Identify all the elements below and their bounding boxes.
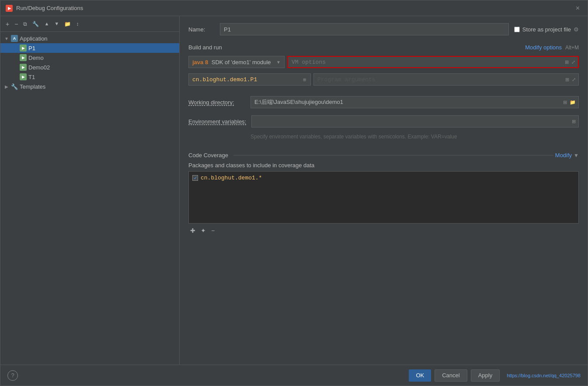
store-checkbox[interactable] [514, 27, 520, 32]
ok-button[interactable]: OK [409, 369, 431, 382]
prog-args-icons: ⊞ ⤢ [564, 76, 577, 83]
dialog-title: Run/Debug Configurations [16, 5, 83, 11]
modify-options-link[interactable]: Modify options [525, 44, 562, 51]
coverage-subtitle: Packages and classes to include in cover… [188, 162, 579, 169]
main-panel: Name: Store as project file ⚙ Build and … [180, 16, 588, 365]
working-dir-row: Working directory: E:\后端\JavaSE\shujujie… [188, 96, 579, 108]
title-bar: ▶ Run/Debug Configurations × [0, 0, 588, 16]
coverage-header: Code Coverage Modify ▼ [188, 152, 579, 159]
wrench-button[interactable]: 🔧 [31, 21, 41, 28]
coverage-modify-link[interactable]: Modify [555, 152, 572, 159]
run-debug-dialog: ▶ Run/Debug Configurations × + − ⧉ 🔧 ▲ ▼… [0, 0, 588, 386]
templates-label: Templates [20, 83, 45, 90]
vm-options-field: ⊞ ⤢ [287, 56, 579, 68]
working-dir-label: Working directory: [188, 99, 245, 106]
application-arrow: ▼ [4, 36, 9, 41]
working-dir-field[interactable]: E:\后端\JavaSE\shujujiegou\demo1 ⊞ 📁 [251, 96, 579, 108]
up-button[interactable]: ▲ [42, 21, 51, 27]
coverage-divider [233, 155, 553, 155]
build-run-title: Build and run [188, 44, 222, 51]
remove-button[interactable]: − [13, 20, 20, 28]
copy-button[interactable]: ⧉ [21, 21, 29, 28]
name-section: Name: Store as project file ⚙ [188, 23, 579, 35]
watermark: https://blog.csdn.net/qq_42025798 [507, 373, 581, 378]
coverage-list-area: cn.bloghut.demo1.* [188, 171, 579, 224]
sidebar-item-templates[interactable]: ▶ 🔧 Templates [0, 82, 179, 91]
working-dir-value: E:\后端\JavaSE\shujujiegou\demo1 [254, 98, 343, 106]
env-icons: ⊞ [571, 118, 577, 125]
sdk-dropdown-arrow: ▼ [276, 60, 281, 65]
sidebar-item-application[interactable]: ▼ A Application [0, 34, 179, 43]
demo02-label: Demo02 [28, 64, 50, 71]
coverage-title-area: Code Coverage [188, 152, 555, 159]
cancel-button[interactable]: Cancel [435, 369, 467, 382]
env-vars-label: Environment variables: [188, 118, 246, 125]
sidebar-item-t1[interactable]: ▶ ▶ T1 [0, 72, 179, 82]
add-button[interactable]: + [4, 20, 11, 28]
coverage-modify-arrow: ▼ [574, 152, 579, 159]
coverage-title: Code Coverage [188, 152, 228, 159]
wd-folder-icon[interactable]: 📁 [569, 99, 577, 106]
app-icon: ▶ [6, 5, 13, 12]
program-args-placeholder: Program arguments [317, 76, 376, 83]
coverage-modify-row: Modify ▼ [555, 152, 579, 159]
coverage-section: Code Coverage Modify ▼ Packages and clas… [188, 152, 579, 235]
sidebar-tree: ▼ A Application ▶ ▶ P1 ▶ ▶ Demo [0, 32, 179, 365]
name-label: Name: [188, 26, 215, 33]
vm-expand-icon[interactable]: ⊞ [564, 59, 570, 65]
bottom-left: ? [7, 370, 18, 381]
sdk-dropdown[interactable]: java 8 SDK of 'demo1' module ▼ [188, 56, 285, 68]
coverage-add-class-btn[interactable]: ✦ [199, 226, 208, 235]
t1-icon: ▶ [20, 73, 27, 80]
wd-expand-icon[interactable]: ⊞ [562, 99, 568, 106]
coverage-remove-btn[interactable]: − [209, 226, 216, 235]
coverage-add-btn[interactable]: ✚ [188, 226, 197, 235]
env-vars-row: Environment variables: ⊞ [188, 115, 579, 128]
settings-icon[interactable]: ⚙ [574, 26, 579, 33]
close-button[interactable]: × [573, 4, 582, 13]
sdk-label: java 8 [192, 59, 208, 65]
env-vars-field[interactable]: ⊞ [251, 115, 579, 128]
demo-icon: ▶ [20, 54, 27, 61]
templates-icon: 🔧 [11, 83, 18, 90]
program-args-field[interactable]: Program arguments ⊞ ⤢ [313, 73, 579, 86]
content-area: + − ⧉ 🔧 ▲ ▼ 📁 ↕ ▼ A Application ▶ [0, 16, 588, 365]
p1-icon: ▶ [20, 45, 27, 52]
sdk-row: java 8 SDK of 'demo1' module ▼ ⊞ ⤢ [188, 56, 579, 68]
bottom-bar: ? OK Cancel Apply https://blog.csdn.net/… [0, 365, 588, 386]
modify-options-shortcut: Alt+M [565, 45, 579, 51]
down-button[interactable]: ▼ [52, 21, 61, 27]
sidebar-item-demo[interactable]: ▶ ▶ Demo [0, 53, 179, 62]
sidebar-item-p1[interactable]: ▶ ▶ P1 [0, 43, 179, 53]
class-field[interactable]: cn.bloghut.demo1.P1 ⊞ [188, 73, 311, 86]
class-expand-icon[interactable]: ⊞ [302, 76, 307, 83]
p1-label: P1 [28, 45, 35, 52]
build-run-header: Build and run Modify options Alt+M [188, 44, 579, 51]
store-label: Store as project file [522, 26, 571, 33]
bottom-right: OK Cancel Apply https://blog.csdn.net/qq… [409, 369, 581, 382]
vm-options-icons: ⊞ ⤢ [564, 59, 576, 65]
sdk-detail: SDK of 'demo1' module [210, 59, 271, 65]
store-row: Store as project file ⚙ [514, 26, 579, 33]
env-expand-icon[interactable]: ⊞ [571, 118, 577, 125]
env-hint: Specify environment variables, separate … [251, 134, 579, 140]
name-input[interactable] [220, 23, 509, 35]
application-label: Application [20, 35, 48, 42]
help-button[interactable]: ? [7, 370, 18, 381]
prog-args-fullscreen-icon[interactable]: ⤢ [571, 76, 577, 83]
templates-arrow: ▶ [4, 84, 9, 89]
class-row: cn.bloghut.demo1.P1 ⊞ Program arguments … [188, 73, 579, 86]
sidebar-toolbar: + − ⧉ 🔧 ▲ ▼ 📁 ↕ [0, 16, 179, 32]
demo02-icon: ▶ [20, 64, 27, 71]
coverage-item-text: cn.bloghut.demo1.* [201, 175, 262, 181]
sort-button[interactable]: ↕ [74, 21, 80, 28]
apply-button[interactable]: Apply [471, 369, 500, 382]
wd-icons: ⊞ 📁 [562, 99, 577, 106]
prog-args-expand-icon[interactable]: ⊞ [564, 76, 570, 83]
vm-options-input[interactable] [288, 57, 578, 67]
sidebar-item-demo02[interactable]: ▶ ▶ Demo02 [0, 62, 179, 72]
coverage-item-checkbox[interactable] [192, 175, 198, 181]
vm-fullscreen-icon[interactable]: ⤢ [571, 59, 576, 65]
title-bar-left: ▶ Run/Debug Configurations [6, 5, 83, 12]
folder-button[interactable]: 📁 [63, 21, 73, 28]
